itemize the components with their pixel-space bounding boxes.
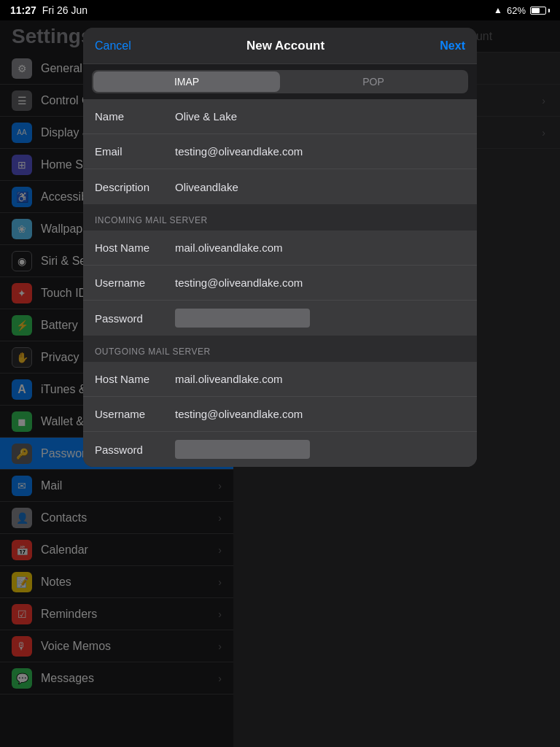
outgoing-section: Host Name mail.oliveandlake.com Username…	[83, 362, 477, 467]
modal-overlay: Cancel New Account Next IMAP POP Name Ol…	[0, 0, 560, 747]
imap-tab[interactable]: IMAP	[93, 71, 280, 92]
description-label: Description	[95, 181, 175, 193]
incoming-username-label: Username	[95, 276, 175, 289]
wifi-icon: ▲	[494, 5, 502, 15]
battery-percentage: 62%	[507, 5, 526, 16]
basic-info-section: Name Olive & Lake Email testing@oliveand…	[83, 99, 477, 204]
modal-title: New Account	[246, 39, 324, 53]
email-label: Email	[95, 145, 175, 158]
description-value: Oliveandlake	[175, 181, 465, 193]
outgoing-username-value: testing@oliveandlake.com	[175, 408, 465, 420]
name-value: Olive & Lake	[175, 110, 465, 123]
outgoing-hostname-label: Host Name	[95, 373, 175, 385]
status-icons: ▲ 62%	[494, 5, 550, 16]
segment-control: IMAP POP	[83, 64, 477, 99]
outgoing-hostname-value: mail.oliveandlake.com	[175, 373, 465, 385]
outgoing-password-row: Password	[83, 432, 477, 467]
incoming-username-value: testing@oliveandlake.com	[175, 276, 465, 289]
next-button[interactable]: Next	[440, 39, 465, 53]
new-account-modal: Cancel New Account Next IMAP POP Name Ol…	[83, 28, 477, 467]
incoming-section: Host Name mail.oliveandlake.com Username…	[83, 231, 477, 336]
outgoing-password-input[interactable]	[175, 440, 310, 459]
outgoing-password-label: Password	[95, 444, 175, 456]
incoming-section-header: INCOMING MAIL SERVER	[83, 204, 477, 231]
incoming-username-row: Username testing@oliveandlake.com	[83, 266, 477, 301]
incoming-password-input[interactable]	[175, 309, 310, 328]
modal-header: Cancel New Account Next	[83, 28, 477, 64]
description-row: Description Oliveandlake	[83, 169, 477, 204]
status-time: 11:27	[10, 4, 36, 16]
incoming-hostname-value: mail.oliveandlake.com	[175, 241, 465, 254]
status-bar: 11:27 Fri 26 Jun ▲ 62%	[0, 0, 560, 20]
outgoing-hostname-row: Host Name mail.oliveandlake.com	[83, 362, 477, 397]
incoming-hostname-label: Host Name	[95, 241, 175, 254]
name-label: Name	[95, 110, 175, 123]
name-row: Name Olive & Lake	[83, 99, 477, 134]
incoming-hostname-row: Host Name mail.oliveandlake.com	[83, 231, 477, 266]
cancel-button[interactable]: Cancel	[95, 39, 131, 53]
incoming-section-label: INCOMING MAIL SERVER	[95, 215, 208, 225]
email-row: Email testing@oliveandlake.com	[83, 134, 477, 169]
email-value: testing@oliveandlake.com	[175, 145, 465, 158]
incoming-password-label: Password	[95, 312, 175, 325]
outgoing-username-row: Username testing@oliveandlake.com	[83, 397, 477, 432]
pop-tab[interactable]: POP	[280, 71, 467, 92]
status-date: Fri 26 Jun	[42, 4, 88, 16]
outgoing-username-label: Username	[95, 408, 175, 420]
outgoing-section-label: OUTGOING MAIL SERVER	[95, 347, 211, 357]
outgoing-section-header: OUTGOING MAIL SERVER	[83, 336, 477, 362]
battery-icon	[530, 7, 550, 15]
incoming-password-row: Password	[83, 301, 477, 336]
